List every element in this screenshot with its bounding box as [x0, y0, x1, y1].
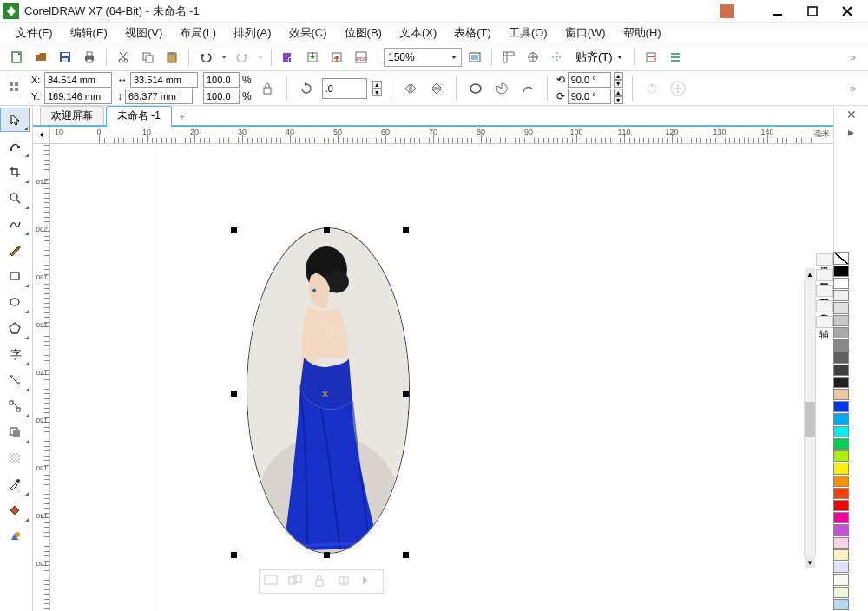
zoom-tool[interactable]: [0, 186, 30, 210]
menu-window[interactable]: 窗口(W): [556, 23, 615, 43]
pie-icon[interactable]: [491, 78, 512, 99]
menu-text[interactable]: 文本(X): [391, 23, 445, 43]
selection-handle[interactable]: [403, 227, 409, 233]
docker-more[interactable]: 辅: [816, 316, 833, 328]
x-position-input[interactable]: [44, 72, 112, 88]
menu-file[interactable]: 文件(F): [7, 23, 62, 43]
expand-docker-icon[interactable]: ▸: [834, 123, 868, 141]
horizontal-ruler[interactable]: 毫米 100102030405060708090100110120130140: [50, 127, 833, 144]
open-button[interactable]: [30, 46, 52, 69]
vertical-scrollbar[interactable]: ▲ ▼: [804, 279, 816, 557]
parallel-dimension-tool[interactable]: [0, 368, 30, 392]
scrollbar-thumb[interactable]: [805, 402, 815, 437]
selection-handle[interactable]: [403, 552, 409, 558]
transparency-tool[interactable]: [0, 446, 30, 470]
freehand-tool[interactable]: [0, 212, 30, 236]
color-swatch[interactable]: [833, 587, 849, 598]
propbar-overflow-icon[interactable]: »: [841, 82, 863, 95]
rectangle-tool[interactable]: [0, 264, 30, 288]
import-button[interactable]: [301, 46, 324, 69]
fullscreen-preview-button[interactable]: [464, 46, 486, 69]
extract-contents-button[interactable]: [336, 574, 355, 589]
scale-y-input[interactable]: [203, 89, 240, 104]
docker-hints[interactable]: 提示: [816, 253, 833, 266]
rotation-input[interactable]: [322, 78, 367, 99]
menu-view[interactable]: 视图(V): [116, 23, 171, 43]
eyedropper-tool[interactable]: [0, 472, 30, 496]
artistic-media-tool[interactable]: [0, 238, 30, 262]
color-swatch[interactable]: [833, 476, 849, 487]
color-swatch[interactable]: [833, 450, 849, 462]
no-color-swatch[interactable]: [833, 252, 849, 265]
color-swatch[interactable]: [833, 365, 849, 376]
maximize-button[interactable]: [795, 3, 830, 20]
rotation-spinner[interactable]: ▲▼: [372, 81, 382, 96]
redo-dropdown[interactable]: [255, 46, 266, 69]
selection-handle[interactable]: [231, 227, 237, 233]
color-swatch[interactable]: [833, 488, 849, 499]
menu-tools[interactable]: 工具(O): [500, 23, 556, 43]
interactive-fill-tool[interactable]: [0, 498, 30, 522]
snap-to-dropdown[interactable]: 贴齐(T): [570, 49, 628, 65]
menu-help[interactable]: 帮助(H): [615, 23, 670, 43]
color-swatch[interactable]: [833, 524, 849, 535]
next-button[interactable]: [360, 574, 379, 589]
user-account-icon[interactable]: [720, 4, 734, 18]
color-swatch[interactable]: [833, 339, 849, 351]
edit-powerclip-button[interactable]: [263, 574, 282, 589]
color-swatch[interactable]: [833, 327, 849, 338]
shape-tool[interactable]: [0, 134, 30, 158]
save-button[interactable]: [54, 46, 76, 69]
color-swatch[interactable]: [833, 401, 849, 412]
color-swatch[interactable]: [833, 290, 849, 301]
width-input[interactable]: [130, 72, 198, 88]
redo-button[interactable]: [231, 46, 253, 69]
color-swatch[interactable]: [833, 537, 849, 549]
toolbar-overflow-icon[interactable]: »: [841, 51, 863, 63]
color-swatch[interactable]: [833, 574, 849, 585]
export-button[interactable]: [326, 46, 348, 69]
menu-arrange[interactable]: 排列(A): [225, 23, 279, 43]
color-swatch[interactable]: [833, 438, 849, 450]
color-swatch[interactable]: [833, 377, 849, 388]
menu-table[interactable]: 表格(T): [445, 23, 500, 43]
paste-button[interactable]: [161, 46, 183, 69]
minimize-button[interactable]: [760, 3, 795, 20]
menu-bitmap[interactable]: 位图(B): [336, 23, 391, 43]
color-swatch[interactable]: [833, 463, 849, 474]
color-swatch[interactable]: [833, 351, 849, 363]
cut-button[interactable]: [112, 46, 135, 69]
crop-tool[interactable]: [0, 160, 30, 184]
add-button[interactable]: [667, 78, 688, 99]
polygon-tool[interactable]: [0, 316, 30, 340]
canvas[interactable]: ✕: [50, 144, 833, 611]
docker-object-manager[interactable]: 对象管理器: [816, 285, 833, 297]
selection-handle[interactable]: [231, 552, 237, 558]
show-grid-button[interactable]: [522, 46, 544, 69]
color-swatch[interactable]: [833, 512, 849, 523]
show-rulers-button[interactable]: [497, 46, 520, 69]
undo-button[interactable]: [194, 46, 217, 69]
print-button[interactable]: [78, 46, 101, 69]
menu-edit[interactable]: 编辑(E): [62, 23, 116, 43]
app-launcher-button[interactable]: [664, 46, 687, 69]
mirror-vertical-button[interactable]: [426, 78, 447, 99]
color-swatch[interactable]: [833, 500, 849, 511]
selection-handle[interactable]: [324, 552, 330, 558]
ellipse-icon[interactable]: [465, 78, 486, 99]
start-angle-input[interactable]: [568, 72, 611, 88]
lock-ratio-icon[interactable]: [257, 78, 278, 99]
new-button[interactable]: [5, 46, 28, 69]
close-docker-icon[interactable]: ✕: [834, 106, 868, 123]
options-button[interactable]: [640, 46, 662, 69]
menu-effects[interactable]: 效果(C): [280, 23, 336, 43]
copy-button[interactable]: [136, 46, 159, 69]
docker-object-properties[interactable]: 对象属性: [816, 269, 833, 281]
add-tab-button[interactable]: +: [174, 109, 191, 125]
color-swatch[interactable]: [833, 302, 849, 313]
tab-document[interactable]: 未命名 -1: [106, 106, 172, 125]
docker-align-distribute[interactable]: 对齐与分布: [816, 300, 833, 312]
ellipse-tool[interactable]: [0, 290, 30, 314]
height-input[interactable]: [125, 89, 193, 104]
color-swatch[interactable]: [833, 413, 849, 424]
